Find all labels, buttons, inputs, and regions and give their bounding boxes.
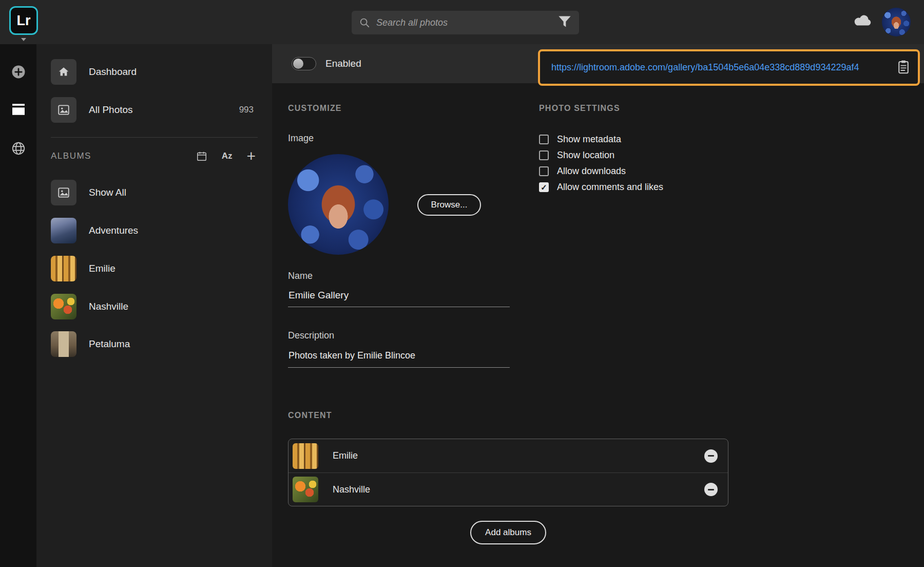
toggle-knob (293, 59, 303, 69)
sidebar-divider (51, 137, 258, 138)
content-row-emilie: Emilie (288, 439, 728, 472)
left-icon-rail (0, 44, 36, 567)
content-row-nashville: Nashville (288, 472, 728, 506)
checkbox-unchecked-icon[interactable] (539, 135, 549, 144)
album-date-sort-icon[interactable] (196, 150, 207, 162)
sidebar-album-nashville[interactable]: Nashville (36, 292, 272, 321)
sidebar-item-all-photos[interactable]: All Photos 993 (36, 96, 272, 124)
remove-album-icon[interactable] (704, 483, 718, 496)
share-url-highlight-box: https://lightroom.adobe.com/gallery/ba15… (538, 49, 920, 86)
albums-header: ALBUMS Az + (36, 145, 272, 167)
lightroom-logo-text: Lr (17, 13, 31, 29)
home-icon (51, 59, 76, 85)
shared-web-globe-icon[interactable] (11, 141, 26, 158)
album-label: Show All (89, 187, 126, 198)
setting-label: Allow downloads (557, 166, 626, 177)
enabled-toggle[interactable] (292, 57, 316, 70)
filter-funnel-icon[interactable] (557, 15, 572, 30)
search-bar (352, 11, 579, 34)
content-section-title: CONTENT (288, 411, 332, 420)
sidebar-album-adventures[interactable]: Adventures (36, 216, 272, 245)
search-input[interactable] (376, 17, 572, 28)
customize-section-title: CUSTOMIZE (288, 104, 342, 113)
content-album-label: Nashville (333, 484, 370, 495)
setting-allow-comments-likes[interactable]: Allow comments and likes (539, 179, 663, 195)
lightroom-logo[interactable]: Lr (9, 6, 38, 35)
checkbox-unchecked-icon[interactable] (539, 166, 549, 176)
add-photos-icon[interactable] (11, 64, 26, 81)
setting-label: Show location (557, 150, 614, 161)
enabled-label: Enabled (325, 58, 361, 69)
album-thumbnail (51, 256, 76, 281)
remove-album-icon[interactable] (704, 449, 718, 463)
album-thumbnail (51, 294, 76, 319)
setting-label: Allow comments and likes (557, 182, 663, 193)
album-label: Nashville (89, 301, 128, 312)
content-album-label: Emilie (333, 450, 358, 461)
name-field-label: Name (288, 271, 313, 281)
albums-title: ALBUMS (51, 151, 91, 161)
description-field-label: Description (288, 330, 334, 341)
album-alpha-sort-icon[interactable]: Az (222, 151, 233, 161)
content-albums-box: Emilie Nashville (288, 439, 728, 506)
browse-button[interactable]: Browse... (417, 194, 481, 216)
album-thumbnail (51, 331, 76, 357)
add-albums-button[interactable]: Add albums (470, 521, 546, 544)
all-photos-count: 993 (239, 105, 254, 115)
sidebar-album-emilie[interactable]: Emilie (36, 254, 272, 283)
album-label: Adventures (89, 225, 138, 236)
photos-icon (51, 180, 76, 205)
album-thumbnail (293, 477, 318, 502)
sidebar-item-label: Dashboard (89, 66, 137, 78)
gallery-cover-image (288, 154, 389, 255)
sidebar-album-petaluma[interactable]: Petaluma (36, 330, 272, 358)
album-thumbnail (51, 218, 76, 243)
gallery-description-input[interactable] (288, 347, 510, 368)
user-avatar[interactable] (882, 8, 911, 36)
cloud-sync-icon[interactable] (852, 14, 873, 30)
gallery-name-input[interactable] (288, 287, 510, 307)
sidebar-album-show-all[interactable]: Show All (36, 178, 272, 207)
checkbox-checked-icon[interactable] (539, 182, 549, 192)
setting-show-location[interactable]: Show location (539, 147, 663, 163)
search-icon (359, 17, 370, 28)
album-label: Emilie (89, 263, 116, 274)
image-field-label: Image (288, 133, 314, 144)
sidebar-item-dashboard[interactable]: Dashboard (36, 58, 272, 86)
copy-to-clipboard-icon[interactable] (896, 59, 911, 77)
sidebar-item-label: All Photos (89, 104, 133, 116)
top-bar: Lr (0, 0, 924, 44)
setting-show-metadata[interactable]: Show metadata (539, 131, 663, 147)
photos-icon (51, 97, 76, 123)
album-label: Petaluma (89, 338, 130, 350)
share-url-link[interactable]: https://lightroom.adobe.com/gallery/ba15… (551, 62, 896, 73)
checkbox-unchecked-icon[interactable] (539, 150, 549, 160)
album-thumbnail (293, 443, 318, 469)
library-tray-icon[interactable] (11, 103, 26, 117)
add-album-icon[interactable]: + (246, 150, 256, 162)
setting-allow-downloads[interactable]: Allow downloads (539, 163, 663, 179)
setting-label: Show metadata (557, 134, 621, 145)
photo-settings-section-title: PHOTO SETTINGS (539, 104, 620, 113)
logo-dropdown-caret-icon[interactable] (21, 38, 26, 41)
sidebar: Dashboard All Photos 993 ALBUMS Az (36, 44, 272, 567)
photo-settings-list: Show metadata Show location Allow downlo… (539, 131, 663, 195)
